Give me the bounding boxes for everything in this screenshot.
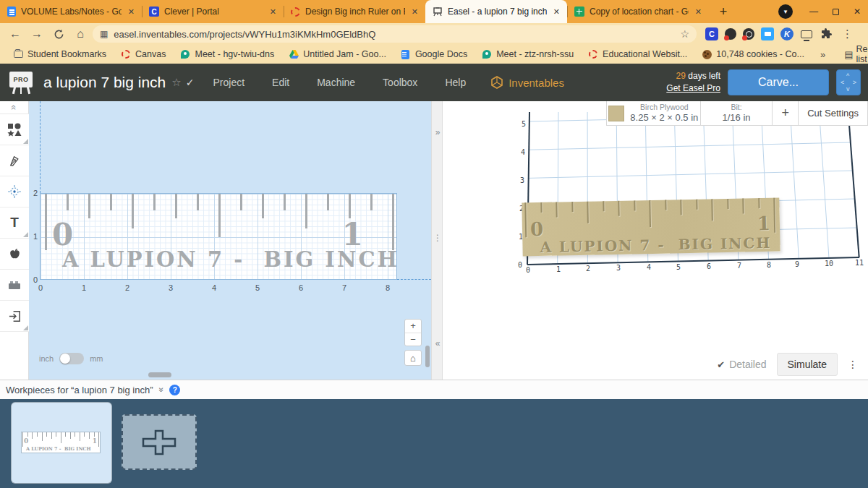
k-extension-icon[interactable] (780, 27, 793, 40)
bookmark-meet-2[interactable]: Meet - ztz-nrsh-ssu (476, 46, 579, 62)
pen-tool[interactable] (0, 145, 29, 176)
favorite-star-icon[interactable]: ☆ (171, 76, 181, 89)
browser-toolbar: ← → ⌂ ▦ easel.inventables.com/projects/v… (0, 23, 868, 45)
text-tool[interactable]: T (0, 207, 29, 239)
zoom-out-button[interactable]: − (405, 333, 421, 346)
close-icon[interactable]: ✕ (552, 6, 561, 18)
panel-splitter[interactable]: » ⋮ « (431, 101, 443, 380)
bit-value: 1/16 in (722, 112, 750, 124)
toggle-knob (60, 354, 70, 364)
close-icon[interactable]: ✕ (694, 6, 703, 18)
back-icon[interactable]: ← (6, 25, 25, 43)
url-text[interactable]: easel.inventables.com/projects/vWYHu1m3i… (114, 29, 674, 40)
site-info-icon[interactable]: ▦ (100, 29, 108, 39)
material-3d-tool[interactable] (0, 270, 29, 301)
menu-help[interactable]: Help (445, 77, 466, 88)
address-bar[interactable]: ▦ easel.inventables.com/projects/vWYHu1m… (93, 25, 697, 43)
carved-ruler-preview[interactable]: 0 1 A LUPION 7 - BIG INCH (522, 198, 780, 257)
bookmarks-overflow-icon[interactable]: » (816, 49, 830, 60)
inventables-brand[interactable]: Inventables (490, 76, 564, 89)
project-title[interactable]: a lupion 7 big inch (43, 74, 166, 91)
ruler-engraving-text[interactable]: A LUPION 7 - BIG INCH (62, 247, 380, 272)
collapse-workpieces-icon[interactable]: » (156, 388, 166, 393)
easel-pro-logo[interactable]: PRO (7, 70, 35, 95)
ruler-tick (634, 200, 635, 210)
close-icon[interactable]: ✕ (127, 6, 136, 18)
bit-cell[interactable]: Bit: 1/16 in (701, 101, 773, 125)
splitter-handle-icon[interactable]: ⋮ (432, 233, 443, 243)
drive-icon (289, 49, 299, 59)
tab-clever-portal[interactable]: Clever | Portal ✕ (142, 0, 284, 23)
carve-button[interactable]: Carve... (728, 69, 829, 95)
zoom-home-button[interactable]: ⌂ (404, 350, 422, 366)
menu-project[interactable]: Project (213, 77, 244, 88)
zoom-in-button[interactable]: + (405, 320, 421, 333)
clever-extension-icon[interactable] (705, 27, 718, 40)
inch-mm-toggle[interactable] (59, 353, 84, 364)
ruler-tick (56, 432, 56, 437)
workpiece-material[interactable]: 0 1 A LUPION 7 - BIG INCH (40, 193, 397, 280)
menu-toolbox[interactable]: Toolbox (383, 77, 417, 88)
bookmark-label: Canvas (135, 49, 166, 59)
add-bit-button[interactable]: + (773, 101, 799, 125)
ruler-tick (51, 432, 52, 439)
bookmark-student-bookmarks[interactable]: Student Bookmarks (7, 46, 112, 62)
recorder-extension-icon[interactable] (725, 28, 736, 40)
bookmark-cookies[interactable]: 10,748 cookies - Co... (696, 46, 810, 62)
menu-machine[interactable]: Machine (317, 77, 355, 88)
simulate-button[interactable]: Simulate (777, 353, 838, 376)
origin-drill-tool[interactable] (0, 176, 29, 207)
folder-icon (14, 51, 23, 58)
forward-icon[interactable]: → (27, 25, 46, 43)
import-tool[interactable] (0, 301, 29, 332)
close-icon[interactable]: ✕ (268, 6, 278, 18)
unit-inch-label[interactable]: inch (39, 354, 54, 363)
menu-edit[interactable]: Edit (272, 77, 289, 88)
bookmark-jam[interactable]: Untitled Jam - Goo... (283, 46, 392, 62)
unit-mm-label[interactable]: mm (90, 354, 103, 363)
screenshot-extension-icon[interactable] (761, 27, 774, 40)
add-workpiece-button[interactable] (122, 414, 197, 470)
simulate-menu-icon[interactable]: ⋮ (848, 359, 858, 370)
workpiece-thumbnail[interactable]: 0 1 A LUPION 7 - BIG INCH (12, 403, 111, 483)
shapes-tool[interactable] (0, 114, 29, 145)
tab-easel-active[interactable]: Easel - a lupion 7 big inch ✕ (425, 0, 567, 23)
vertical-scrollbar[interactable] (425, 346, 430, 367)
help-icon[interactable]: ? (169, 385, 180, 395)
browser-menu-icon[interactable]: ⋮ (842, 27, 853, 40)
material-cell[interactable]: Birch Plywood 8.25 × 2 × 0.5 in (607, 101, 701, 125)
cut-settings-button[interactable]: Cut Settings (799, 101, 868, 125)
bookmark-star-icon[interactable]: ☆ (680, 28, 689, 40)
restore-button[interactable] (825, 0, 846, 23)
new-tab-button[interactable]: + (713, 1, 733, 22)
fullscreen-pan-button[interactable]: ^ v < > (836, 69, 861, 95)
tab-volume-labs[interactable]: VOLUME Labs/Notes - Google ✕ (0, 0, 142, 23)
bookmark-google-docs[interactable]: Google Docs (395, 46, 473, 62)
preview-3d-panel[interactable]: 0 1 2 3 4 5 6 7 8 9 10 11 0 1 2 3 4 5 0 (443, 101, 868, 380)
profile-button[interactable]: ▾ (778, 4, 793, 19)
horizontal-scrollbar[interactable] (148, 372, 171, 377)
get-easel-pro-link[interactable]: Get Easel Pro (666, 82, 720, 95)
design-canvas[interactable]: 0 1 A LUPION 7 - BIG INCH 210 012345678 … (29, 101, 431, 380)
design-library-tool[interactable] (0, 239, 29, 270)
reload-icon[interactable] (49, 25, 68, 43)
bookmark-educational[interactable]: Educational Websit... (582, 46, 693, 62)
minimize-button[interactable]: — (803, 0, 825, 23)
extensions-puzzle-icon[interactable] (820, 27, 833, 40)
reading-list-label[interactable]: Reading list (856, 44, 868, 64)
tab-design-ruler[interactable]: Design Big inch Ruler on Easel ✕ (284, 0, 425, 23)
tab-location-chart[interactable]: Copy of location chart - Googl ✕ (567, 0, 709, 23)
close-window-button[interactable]: ✕ (846, 0, 868, 23)
expand-right-icon[interactable]: » (432, 127, 443, 137)
close-icon[interactable]: ✕ (410, 6, 420, 18)
collapse-tools-button[interactable]: « (0, 101, 29, 114)
bookmark-canvas[interactable]: Canvas (115, 46, 171, 62)
expand-left-icon[interactable]: « (432, 338, 443, 348)
cast-icon[interactable] (800, 27, 813, 40)
bookmark-meet-1[interactable]: Meet - hgv-twiu-dns (174, 46, 280, 62)
screencast-extension-icon[interactable] (743, 28, 754, 40)
home-icon[interactable]: ⌂ (71, 25, 90, 43)
inventables-icon (490, 76, 503, 89)
svg-text:0: 0 (526, 266, 530, 274)
detailed-toggle[interactable]: ✔ Detailed (717, 359, 766, 370)
